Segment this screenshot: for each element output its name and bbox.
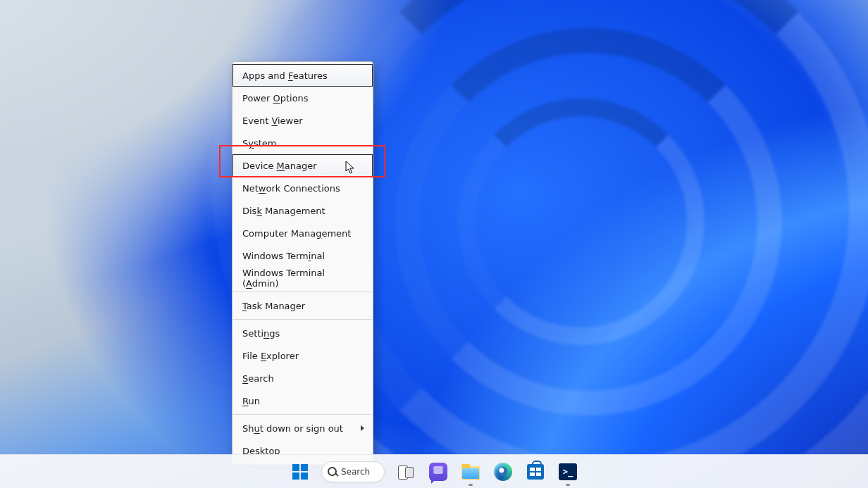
microsoft-store-icon <box>527 464 544 480</box>
menu-item-label: Windows Terminal <box>242 251 325 261</box>
taskbar: Search>_ <box>0 454 868 488</box>
menu-item-file-explorer[interactable]: File Explorer <box>232 344 373 367</box>
taskbar-start-button[interactable] <box>286 458 314 486</box>
menu-item-label: Shut down or sign out <box>242 423 343 434</box>
menu-item-network-connections[interactable]: Network Connections <box>232 177 373 199</box>
taskbar-chat-button[interactable] <box>424 458 452 486</box>
menu-item-search[interactable]: Search <box>232 367 373 389</box>
menu-item-system[interactable]: System <box>232 132 373 154</box>
taskbar-file-explorer-button[interactable] <box>457 458 485 486</box>
running-indicator <box>469 484 473 486</box>
menu-item-label: Search <box>242 373 274 384</box>
taskbar-search-button[interactable]: Search <box>318 458 388 486</box>
menu-item-label: Power Options <box>242 93 309 104</box>
menu-item-label: Apps and Features <box>242 70 328 81</box>
edge-icon <box>494 463 512 481</box>
menu-item-label: System <box>242 138 277 149</box>
menu-item-event-viewer[interactable]: Event Viewer <box>232 109 373 132</box>
menu-item-label: Device Manager <box>242 161 317 171</box>
task-view-icon <box>398 465 414 478</box>
chat-icon <box>429 463 447 481</box>
menu-item-shut-down-or-sign-out[interactable]: Shut down or sign out <box>232 417 373 439</box>
menu-item-label: Run <box>242 396 260 406</box>
menu-item-label: File Explorer <box>242 351 299 361</box>
taskbar-edge-button[interactable] <box>489 458 517 486</box>
windows-start-icon <box>292 464 308 480</box>
menu-separator <box>233 292 372 292</box>
powershell-icon: >_ <box>559 463 577 480</box>
menu-item-label: Task Manager <box>242 301 305 311</box>
search-placeholder: Search <box>341 467 370 477</box>
winx-context-menu: Apps and FeaturesPower OptionsEvent View… <box>232 61 373 465</box>
menu-item-label: Settings <box>242 328 280 339</box>
menu-item-label: Network Connections <box>242 183 340 194</box>
search-icon <box>328 467 337 476</box>
taskbar-task-view-button[interactable] <box>392 458 420 486</box>
running-indicator <box>566 484 570 486</box>
menu-separator <box>233 319 372 320</box>
menu-separator <box>233 414 372 415</box>
menu-item-apps-and-features[interactable]: Apps and Features <box>232 64 373 87</box>
menu-item-power-options[interactable]: Power Options <box>232 87 373 109</box>
taskbar-microsoft-store-button[interactable] <box>521 458 550 486</box>
menu-item-device-manager[interactable]: Device Manager <box>232 154 373 177</box>
menu-item-windows-terminal-admin[interactable]: Windows Terminal (Admin) <box>232 267 373 289</box>
menu-item-label: Disk Management <box>242 206 326 216</box>
taskbar-powershell-button[interactable]: >_ <box>554 458 582 486</box>
menu-item-label: Windows Terminal (Admin) <box>242 268 363 289</box>
menu-item-run[interactable]: Run <box>232 389 373 412</box>
desktop-wallpaper <box>0 0 868 488</box>
chevron-right-icon <box>361 425 364 431</box>
menu-item-label: Event Viewer <box>242 115 303 126</box>
menu-item-label: Computer Management <box>242 228 351 239</box>
menu-item-task-manager[interactable]: Task Manager <box>232 294 373 317</box>
menu-item-settings[interactable]: Settings <box>232 322 373 344</box>
menu-item-disk-management[interactable]: Disk Management <box>232 199 373 222</box>
file-explorer-icon <box>461 464 480 480</box>
search-box[interactable]: Search <box>321 461 385 482</box>
menu-item-computer-management[interactable]: Computer Management <box>232 222 373 244</box>
menu-item-windows-terminal[interactable]: Windows Terminal <box>232 244 373 267</box>
